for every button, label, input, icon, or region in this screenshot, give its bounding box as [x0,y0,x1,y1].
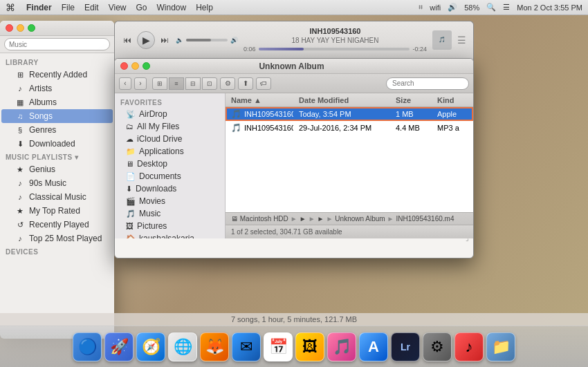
breadcrumb-file[interactable]: INH109543160.m4 [396,215,454,223]
breadcrumb-hdd[interactable]: 🖥 Macintosh HDD [231,215,288,223]
action-button[interactable]: ⚙ [220,77,235,90]
sidebar-item-recently-played[interactable]: ↺ Recently Played [1,218,113,232]
menubar-finder[interactable]: Finder [26,3,52,12]
dock-lightroom[interactable]: Lr [391,332,420,361]
dock-firefox[interactable]: 🦊 [200,332,229,361]
finder-sidebar-pictures[interactable]: 🖼 Pictures [115,220,225,232]
dock-safari[interactable]: 🧭 [136,332,165,361]
list-view-icon[interactable]: ☰ [457,35,466,46]
search-icon[interactable]: 🔍 [486,3,496,12]
finder-sidebar-documents[interactable]: 📄 Documents [115,170,225,182]
finder-minimize-button[interactable] [131,62,139,70]
classical-icon: ♪ [15,193,25,201]
minimize-button[interactable] [17,24,24,32]
artwork-button[interactable]: 🎵 [432,30,452,50]
sidebar-item-90s-music[interactable]: ♪ 90s Music [1,176,113,190]
status-text: 1 of 2 selected, 304.71 GB available [231,228,342,236]
share-button[interactable]: ⬆ [238,77,253,90]
finder-sidebar-downloads[interactable]: ⬇ Downloads [115,182,225,195]
forward-button[interactable]: › [134,77,147,90]
file-row-1[interactable]: 🎵 INH109543160.mp3 29-Jul-2016, 2:34 PM … [226,121,473,135]
sidebar-item-classical[interactable]: ♪ Classical Music [1,190,113,204]
dock: 🔵 🚀 🧭 🌐 🦊 ✉ 📅 🖼 🎵 A Lr [0,326,588,367]
finder-sidebar-icloud[interactable]: ☁ iCloud Drive [115,133,225,145]
tag-button[interactable]: 🏷 [256,77,271,90]
finder-sidebar-music[interactable]: 🎵 Music [115,207,225,220]
view-buttons: ⊞ ≡ ⊟ ⊡ [152,77,217,90]
sidebar-item-top-rated[interactable]: ★ My Top Rated [1,204,113,218]
menubar-go[interactable]: Go [136,3,147,12]
file-name-label-0: INH109543160.m4r [244,110,293,118]
dock-launchpad[interactable]: 🚀 [104,332,134,361]
sidebar-item-songs[interactable]: ♫ Songs [1,109,113,123]
finder-sidebar-home[interactable]: 🏠 kaushalsakaria [115,232,225,238]
finder-sidebar-desktop[interactable]: 🖥 Desktop [115,158,225,170]
sidebar-item-top-25[interactable]: ♪ Top 25 Most Played [1,232,113,245]
size-column-header[interactable]: Size [390,96,432,104]
sidebar-label-songs: Songs [29,111,53,121]
volume-icon[interactable]: 🔊 [448,3,457,12]
list-view-button[interactable]: ≡ [169,77,184,90]
dock-finder[interactable]: 🔵 [73,332,102,361]
date-column-header[interactable]: Date Modified [293,96,390,104]
sidebar-item-artists[interactable]: ♪ Artists [1,82,113,95]
name-column-header[interactable]: Name ▲ [226,96,293,104]
dock-calendar[interactable]: 📅 [264,332,293,361]
datetime: Mon 2 Oct 3:55 PM [517,3,582,12]
sidebar-item-genres[interactable]: § Genres [1,123,113,137]
wifi-icon[interactable]: wifi [430,3,441,12]
dock-preferences[interactable]: ⚙ [423,332,452,361]
dock-chrome[interactable]: 🌐 [168,332,197,361]
close-button[interactable] [6,24,13,32]
gallery-view-button[interactable]: ⊡ [202,77,217,90]
fast-forward-button[interactable]: ⏭ [159,35,170,46]
maximize-button[interactable] [28,24,35,32]
downloads-icon: ⬇ [126,185,132,194]
volume-low-icon: 🔈 [176,37,183,44]
itunes-search-input[interactable] [4,38,110,50]
dock-itunes2[interactable]: ♪ [454,332,484,361]
breadcrumb-folder-2[interactable]: ► [318,215,324,223]
sidebar-label-recently-added: Recently Added [29,70,87,79]
breadcrumb-unknown-album[interactable]: Unknown Album [335,215,385,223]
sidebar-item-downloaded[interactable]: ⬇ Downloaded [1,137,113,151]
home-label: kaushalsakaria [139,234,194,238]
progress-slider[interactable] [259,48,410,50]
sidebar-item-albums[interactable]: ▦ Albums [1,95,113,109]
dock-folder[interactable]: 📁 [486,332,515,361]
kind-column-header[interactable]: Kind [432,96,473,104]
menubar-file[interactable]: File [62,3,75,12]
resize-handle[interactable]: ⌟ [462,233,472,238]
volume-slider[interactable] [186,39,228,41]
finder-sidebar-all-files[interactable]: 🗂 All My Files [115,120,225,133]
menubar-window[interactable]: Window [157,3,187,12]
apple-menu[interactable]: ⌘ [6,2,15,13]
column-view-button[interactable]: ⊟ [185,77,201,90]
size-header-label: Size [396,96,411,104]
sidebar-item-genius[interactable]: ★ Genius [1,162,113,176]
dock-photos[interactable]: 🖼 [295,332,324,361]
finder-sidebar-airdrop[interactable]: 📡 AirDrop [115,108,225,120]
dock-itunes[interactable]: 🎵 [327,332,356,361]
play-pause-button[interactable]: ▶ [137,31,155,49]
playlists-section-label[interactable]: Music Playlists ▾ [0,151,114,162]
applications-icon: 📁 [126,147,136,156]
sidebar-item-recently-added[interactable]: ⊞ Recently Added [1,68,113,82]
finder-close-button[interactable] [120,62,128,70]
dock-appstore[interactable]: A [359,332,388,361]
finder-sidebar-applications[interactable]: 📁 Applications [115,145,225,158]
icon-view-button[interactable]: ⊞ [152,77,167,90]
finder-maximize-button[interactable] [143,62,150,70]
bluetooth-icon[interactable]: ⌗ [419,3,423,12]
rewind-button[interactable]: ⏮ [122,35,133,46]
back-button[interactable]: ‹ [119,77,131,90]
file-row-0[interactable]: 🎵 INH109543160.m4r Today, 3:54 PM 1 MB A… [226,107,473,121]
dock-mail[interactable]: ✉ [232,332,261,361]
finder-sidebar-movies[interactable]: 🎬 Movies [115,195,225,207]
finder-search-input[interactable] [386,77,469,90]
menubar-view[interactable]: View [109,3,127,12]
menubar-help[interactable]: Help [196,3,213,12]
menubar-edit[interactable]: Edit [84,3,99,12]
breadcrumb-folder-1[interactable]: ► [300,215,306,223]
menu-icon[interactable]: ☰ [503,3,510,12]
